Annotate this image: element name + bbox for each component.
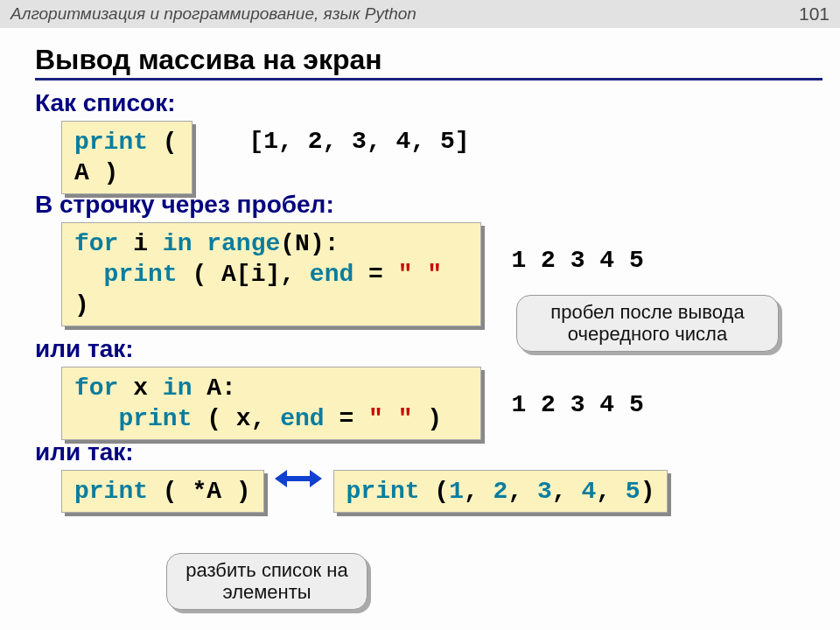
code-box-5: print (1, 2, 3, 4, 5) bbox=[333, 470, 668, 513]
row-4: print ( *A ) print (1, 2, 3, 4, 5) bbox=[61, 470, 822, 513]
double-arrow-icon bbox=[276, 470, 320, 487]
kw-for: for bbox=[74, 374, 118, 402]
num: 3 bbox=[537, 478, 552, 505]
slide-content: Как список: print ( A ) [1, 2, 3, 4, 5] … bbox=[35, 89, 822, 513]
code-text: ( *A ) bbox=[148, 478, 251, 505]
str-literal: " " bbox=[368, 405, 412, 432]
code-text: , bbox=[552, 478, 582, 505]
code-text: ) bbox=[74, 291, 89, 318]
code-text: , bbox=[464, 478, 494, 505]
callout-split-list: разбить список на элементы bbox=[166, 553, 368, 610]
code-text: A: bbox=[192, 374, 235, 402]
kw-print: print bbox=[104, 261, 178, 288]
code-box-2: for i in range(N): print ( A[i], end = "… bbox=[61, 222, 481, 326]
row-3: for x in A: print ( x, end = " " ) 1 2 3… bbox=[61, 367, 822, 440]
code-text bbox=[192, 230, 206, 257]
str-literal: " " bbox=[398, 261, 442, 288]
callout-space-after: пробел после вывода очередного числа bbox=[516, 295, 779, 352]
code-box-4: print ( *A ) bbox=[61, 470, 264, 513]
output-3: 1 2 3 4 5 bbox=[511, 391, 643, 418]
kw-end: end bbox=[310, 261, 354, 288]
kw-print: print bbox=[346, 478, 420, 505]
kw-in: in bbox=[163, 230, 192, 257]
code-text: x bbox=[118, 374, 162, 402]
num: 4 bbox=[581, 478, 596, 505]
code-text: = bbox=[325, 405, 368, 432]
course-title: Алгоритмизация и программирование, язык … bbox=[10, 4, 416, 24]
code-text: ) bbox=[413, 405, 443, 432]
kw-print: print bbox=[118, 405, 192, 432]
kw-in: in bbox=[163, 374, 192, 402]
row-1: print ( A ) [1, 2, 3, 4, 5] bbox=[61, 121, 822, 194]
slide-title: Вывод массива на экран bbox=[35, 44, 822, 80]
num: 2 bbox=[494, 478, 508, 505]
code-text: = bbox=[354, 261, 397, 288]
code-text: ( A[i], bbox=[178, 261, 310, 288]
page-number: 101 bbox=[799, 4, 830, 24]
code-text: ( x, bbox=[192, 405, 280, 432]
kw-range: range bbox=[206, 230, 280, 257]
label-as-list: Как список: bbox=[35, 89, 822, 117]
kw-print: print bbox=[74, 478, 148, 505]
num: 1 bbox=[449, 478, 464, 505]
code-text: , bbox=[596, 478, 626, 505]
kw-print: print bbox=[74, 129, 148, 156]
label-inline: В строчку через пробел: bbox=[35, 191, 822, 219]
top-bar: Алгоритмизация и программирование, язык … bbox=[0, 0, 840, 28]
kw-end: end bbox=[280, 405, 324, 432]
code-box-1: print ( A ) bbox=[61, 121, 192, 194]
kw-for: for bbox=[74, 230, 118, 257]
output-1: [1, 2, 3, 4, 5] bbox=[248, 128, 469, 155]
code-text: ) bbox=[640, 478, 655, 505]
code-text: ( bbox=[420, 478, 450, 505]
code-text: i bbox=[118, 230, 162, 257]
output-2: 1 2 3 4 5 bbox=[511, 247, 643, 274]
code-box-3: for x in A: print ( x, end = " " ) bbox=[61, 367, 481, 440]
label-or-2: или так: bbox=[35, 438, 822, 466]
code-text: , bbox=[508, 478, 537, 505]
code-text: (N): bbox=[280, 230, 339, 257]
num: 5 bbox=[626, 478, 640, 505]
